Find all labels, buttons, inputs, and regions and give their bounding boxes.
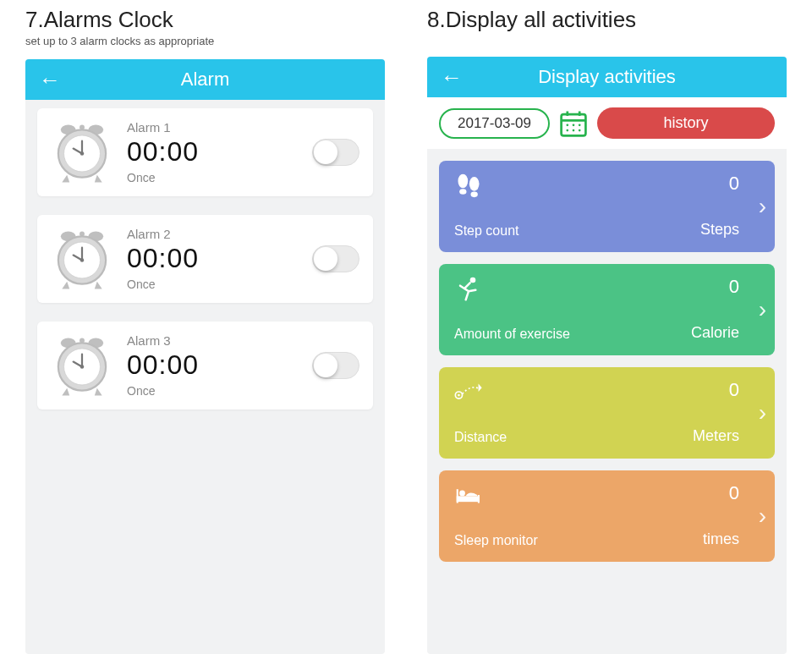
- back-icon[interactable]: ←: [39, 67, 61, 93]
- svg-point-33: [579, 129, 581, 131]
- sleep-card[interactable]: Sleep monitor 0 times ›: [439, 470, 775, 562]
- alarm-time: 00:00: [127, 243, 299, 274]
- svg-point-15: [80, 258, 84, 261]
- running-icon: [454, 276, 483, 301]
- activity-value: 0: [691, 276, 739, 298]
- activity-label: Amount of exercise: [454, 327, 570, 342]
- sleep-icon: [454, 482, 483, 508]
- svg-point-37: [471, 192, 478, 198]
- alarm-toggle[interactable]: [312, 352, 359, 379]
- alarm-card[interactable]: Alarm 3 00:00 Once: [37, 322, 373, 409]
- svg-point-29: [573, 124, 575, 126]
- alarm-name: Alarm 3: [127, 333, 299, 348]
- alarm-header: ← Alarm: [25, 59, 385, 100]
- svg-point-34: [458, 174, 469, 189]
- alarm-clock-icon: [51, 334, 113, 397]
- svg-point-36: [469, 177, 480, 191]
- alarm-toggle[interactable]: [312, 245, 359, 272]
- exercise-card[interactable]: Amount of exercise 0 Calorie ›: [439, 264, 775, 355]
- alarm-name: Alarm 1: [127, 120, 299, 135]
- activity-unit: Steps: [700, 221, 739, 239]
- distance-card[interactable]: Distance 0 Meters ›: [439, 367, 775, 459]
- alarm-time: 00:00: [127, 349, 299, 381]
- activities-header: ← Display activities: [427, 57, 787, 97]
- activities-screen: ← Display activities 2017-03-09 history: [427, 57, 787, 654]
- alarm-repeat: Once: [127, 171, 299, 184]
- svg-point-7: [80, 151, 84, 155]
- chevron-right-icon: ›: [759, 503, 766, 530]
- svg-rect-41: [457, 496, 480, 502]
- chevron-right-icon: ›: [759, 193, 766, 220]
- alarm-card[interactable]: Alarm 1 00:00 Once: [37, 108, 373, 196]
- svg-point-40: [458, 394, 460, 397]
- activity-value: 0: [703, 482, 739, 504]
- svg-point-32: [573, 129, 575, 131]
- alarm-time: 00:00: [127, 136, 299, 168]
- svg-point-28: [566, 124, 568, 126]
- activity-label: Step count: [454, 223, 519, 239]
- alarm-toggle[interactable]: [312, 139, 359, 166]
- alarm-clock-icon: [51, 228, 113, 290]
- activity-unit: Meters: [693, 427, 739, 445]
- alarm-card[interactable]: Alarm 2 00:00 Once: [37, 215, 373, 303]
- svg-rect-43: [478, 495, 480, 503]
- svg-point-31: [566, 129, 568, 131]
- activity-value: 0: [693, 379, 739, 401]
- footsteps-icon: [454, 173, 483, 198]
- activity-label: Distance: [454, 430, 507, 445]
- svg-point-38: [470, 278, 476, 283]
- alarm-repeat: Once: [127, 384, 299, 398]
- history-button[interactable]: history: [597, 107, 775, 139]
- chevron-right-icon: ›: [759, 296, 766, 323]
- date-selector[interactable]: 2017-03-09: [439, 108, 550, 139]
- activity-value: 0: [700, 173, 739, 195]
- activity-unit: times: [703, 530, 739, 548]
- back-icon[interactable]: ←: [441, 64, 463, 91]
- alarm-screen: ← Alarm Alarm 1: [25, 59, 385, 654]
- alarm-header-title: Alarm: [181, 69, 229, 91]
- step-count-card[interactable]: Step count 0 Steps ›: [439, 161, 775, 252]
- section-8-title: 8.Display all activities: [427, 0, 787, 33]
- svg-point-44: [459, 491, 465, 497]
- svg-rect-42: [457, 489, 458, 503]
- alarm-clock-icon: [51, 121, 113, 184]
- activities-header-title: Display activities: [538, 66, 676, 88]
- section-7-subtitle: set up to 3 alarm clocks as appropriate: [25, 35, 385, 47]
- activity-unit: Calorie: [691, 324, 739, 342]
- svg-point-23: [80, 365, 84, 368]
- calendar-icon[interactable]: [558, 108, 589, 139]
- alarm-list: Alarm 1 00:00 Once: [25, 100, 385, 418]
- alarm-repeat: Once: [127, 278, 299, 291]
- section-7-title: 7.Alarms Clock: [25, 0, 385, 33]
- alarm-name: Alarm 2: [127, 227, 299, 241]
- activity-label: Sleep monitor: [454, 533, 538, 548]
- chevron-right-icon: ›: [759, 399, 766, 426]
- svg-point-30: [579, 124, 581, 126]
- svg-point-35: [459, 189, 466, 195]
- route-icon: [454, 379, 483, 404]
